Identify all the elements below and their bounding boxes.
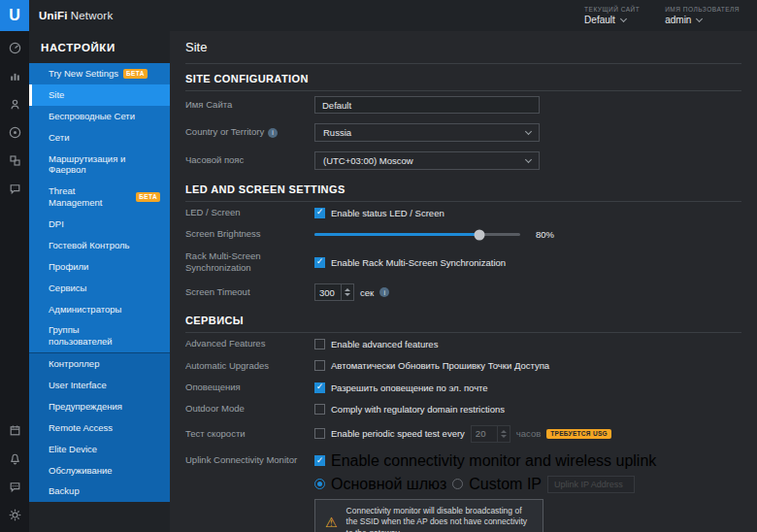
sidebar-item-label: Backup — [49, 485, 80, 497]
icon-rail-top — [7, 40, 22, 196]
topology-icon[interactable] — [7, 152, 22, 168]
site-name-row: Имя Сайта — [185, 91, 741, 118]
unifi-logo-letter: U — [9, 7, 20, 24]
stepper-down-icon[interactable] — [501, 435, 507, 438]
country-label: Country or Territory — [185, 126, 264, 138]
section-title-site-configuration: SITE CONFIGURATION — [185, 73, 741, 91]
slider-fill — [314, 233, 479, 236]
slider-knob[interactable] — [474, 229, 484, 240]
devices-icon[interactable] — [7, 124, 22, 140]
timezone-label: Часовой пояс — [185, 154, 314, 166]
support-chat-icon[interactable] — [7, 479, 22, 494]
uplink-default-gateway-radio-label: Основной шлюз — [331, 476, 446, 493]
username-value-text: admin — [665, 15, 691, 25]
sidebar-item-maintenance[interactable]: Обслуживание — [29, 460, 170, 482]
brand-unifi: UniFi — [39, 10, 68, 21]
uplink-default-gateway-radio[interactable] — [314, 479, 325, 489]
rack-sync-checkbox[interactable] — [314, 257, 325, 268]
unifi-logo[interactable]: U — [0, 0, 29, 31]
outdoor-mode-row: Outdoor Mode Comply with regulatory doma… — [185, 398, 741, 419]
advanced-features-checkbox[interactable] — [314, 339, 325, 349]
country-selected-value: Russia — [323, 127, 351, 138]
stepper-down-icon[interactable] — [345, 293, 350, 296]
current-site-value-text: Default — [584, 15, 615, 25]
username-value[interactable]: admin — [665, 15, 740, 25]
sidebar-item-routing-firewall[interactable]: Маршрутизация и Фаервол — [29, 149, 170, 182]
sidebar-item-user-groups[interactable]: Группы пользователей — [29, 319, 170, 352]
screen-brightness-slider[interactable] — [314, 233, 520, 236]
led-screen-checkbox[interactable] — [314, 208, 325, 218]
settings-gear-icon[interactable] — [7, 507, 22, 522]
site-name-label: Имя Сайта — [185, 99, 314, 111]
sidebar-item-remote-access[interactable]: Remote Access — [29, 417, 170, 439]
sidebar-item-guest-control[interactable]: Гостевой Контроль — [29, 235, 170, 256]
icon-rail-bottom — [7, 422, 22, 522]
sidebar-menu-controller: Контроллер User Interface Предупреждения… — [29, 352, 170, 502]
sidebar-item-label: Remote Access — [49, 422, 113, 434]
sidebar-item-dpi[interactable]: DPI — [29, 214, 170, 235]
events-icon[interactable] — [7, 422, 22, 438]
site-name-input[interactable] — [314, 96, 540, 114]
icon-rail — [0, 31, 29, 532]
sidebar-item-label: Предупреждения — [49, 401, 122, 413]
sidebar-item-label: Группы пользователей — [49, 324, 113, 348]
timezone-selected-value: (UTC+03:00) Moscow — [323, 155, 413, 166]
alerts-checkbox[interactable] — [314, 382, 325, 393]
sidebar-item-wireless-networks[interactable]: Беспроводные Сети — [29, 106, 170, 127]
sidebar-item-backup[interactable]: Backup — [29, 481, 170, 502]
automatic-upgrades-checkbox-label: Автоматически Обновить Прошивку Точки До… — [331, 360, 549, 371]
sidebar-item-label: Гостевой Контроль — [49, 240, 130, 251]
sidebar-item-site[interactable]: Site — [29, 84, 170, 106]
sidebar-item-threat-management[interactable]: Threat Management БЕТА — [29, 181, 170, 214]
sidebar-item-controller[interactable]: Контроллер — [29, 353, 170, 375]
speed-test-checkbox-label: Enable periodic speed test every — [331, 428, 465, 439]
stepper-arrows[interactable] — [497, 426, 510, 442]
current-site-select[interactable]: ТЕКУЩИЙ САЙТ Default — [584, 6, 640, 25]
current-site-value[interactable]: Default — [584, 15, 640, 25]
screen-brightness-label: Screen Brightness — [185, 228, 314, 240]
chevron-down-icon — [620, 15, 627, 21]
chat-icon[interactable] — [7, 181, 22, 196]
outdoor-mode-checkbox[interactable] — [314, 404, 325, 415]
stepper-up-icon[interactable] — [501, 430, 507, 433]
stepper-up-icon[interactable] — [345, 288, 350, 291]
info-icon[interactable] — [379, 287, 389, 297]
sidebar-item-profiles[interactable]: Профили — [29, 256, 170, 278]
username-select[interactable]: ИМЯ ПОЛЬЗОВАТЕЛЯ admin — [665, 6, 740, 25]
screen-timeout-unit: сек — [360, 287, 374, 298]
screen-timeout-input[interactable] — [315, 284, 341, 300]
sidebar-item-label: Сервисы — [49, 283, 86, 294]
info-icon[interactable] — [268, 128, 278, 138]
outdoor-mode-checkbox-label: Comply with regulatory domain restrictio… — [331, 404, 505, 415]
sidebar-item-try-new-settings[interactable]: Try New Settings БЕТА — [29, 63, 170, 84]
sidebar-item-elite-device[interactable]: Elite Device — [29, 439, 170, 460]
uplink-monitor-checkbox[interactable] — [314, 455, 325, 466]
statistics-icon[interactable] — [7, 68, 22, 83]
sidebar-item-user-interface[interactable]: User Interface — [29, 375, 170, 396]
sidebar-item-label: Маршрутизация и Фаервол — [49, 153, 125, 177]
alerts-bell-icon[interactable] — [7, 450, 22, 466]
dashboard-icon[interactable] — [7, 40, 22, 55]
uplink-custom-ip-radio-label: Custom IP — [469, 476, 542, 493]
speed-test-checkbox[interactable] — [314, 428, 325, 439]
sidebar-item-services[interactable]: Сервисы — [29, 278, 170, 299]
alerts-row: Оповещения Разрешить оповещение по эл. п… — [185, 377, 741, 398]
sidebar-item-notifications[interactable]: Предупреждения — [29, 396, 170, 417]
clients-icon[interactable] — [7, 96, 22, 112]
chevron-down-icon — [525, 155, 532, 162]
uplink-custom-ip-radio[interactable] — [452, 479, 463, 489]
stepper-arrows[interactable] — [341, 284, 353, 300]
sidebar-item-label: Elite Device — [49, 444, 97, 455]
automatic-upgrades-row: Automatic Upgrades Автоматически Обновит… — [185, 355, 741, 377]
country-dropdown[interactable]: Russia — [314, 123, 540, 142]
sidebar-item-networks[interactable]: Сети — [29, 127, 170, 149]
led-screen-label: LED / Screen — [185, 207, 314, 218]
speed-test-interval-input[interactable] — [472, 426, 497, 442]
timezone-dropdown[interactable]: (UTC+03:00) Moscow — [314, 151, 540, 170]
screen-brightness-value: 80% — [536, 229, 554, 240]
uplink-ip-input[interactable] — [547, 476, 635, 493]
automatic-upgrades-checkbox[interactable] — [314, 360, 325, 371]
advanced-features-row: Advanced Features Enable advanced featur… — [185, 333, 741, 354]
uplink-monitor-checkbox-label: Enable connectivity monitor and wireless… — [331, 452, 656, 470]
sidebar-item-admins[interactable]: Администраторы — [29, 299, 170, 320]
